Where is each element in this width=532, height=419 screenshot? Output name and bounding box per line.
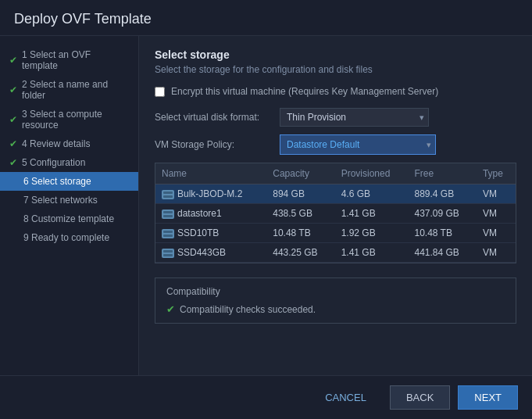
section-title: Select storage [155, 48, 516, 61]
sidebar-item-2[interactable]: ✔2 Select a name and folder [0, 75, 138, 105]
sidebar-item-9[interactable]: 9 Ready to complete [0, 228, 138, 247]
back-button[interactable]: BACK [390, 385, 450, 410]
disk-format-select-wrapper: Thin ProvisionThick Provision Lazy Zeroe… [280, 108, 429, 127]
row-free-1: 437.09 GB [408, 204, 476, 224]
row-provisioned-2: 1.92 GB [335, 224, 409, 243]
sidebar-label-4: 4 Review details [22, 138, 90, 149]
row-type-1: VM [477, 204, 516, 224]
compatibility-section: Compatibility ✔ Compatibility checks suc… [155, 278, 516, 324]
row-type-2: VM [477, 224, 516, 243]
storage-policy-select-wrapper: Datastore Default [280, 134, 436, 155]
datastore-icon-2 [162, 229, 174, 238]
row-free-0: 889.4 GB [408, 184, 476, 204]
sidebar-item-3[interactable]: ✔3 Select a compute resource [0, 105, 138, 134]
table-header-row: NameCapacityProvisionedFreeType [155, 163, 516, 184]
row-name-0: Bulk-JBOD-M.2 [155, 184, 266, 204]
row-provisioned-3: 1.41 GB [335, 243, 409, 263]
sidebar-item-1[interactable]: ✔1 Select an OVF template [0, 45, 138, 75]
sidebar-label-5: 5 Configuration [22, 157, 85, 168]
row-provisioned-0: 4.6 GB [335, 184, 409, 204]
table-row[interactable]: Bulk-JBOD-M.2894 GB4.6 GB889.4 GBVM [155, 184, 516, 204]
dialog-body: ✔1 Select an OVF template✔2 Select a nam… [0, 36, 532, 375]
deploy-ovf-dialog: Deploy OVF Template ✔1 Select an OVF tem… [0, 0, 532, 419]
storage-policy-row: VM Storage Policy: Datastore Default [155, 134, 516, 155]
sidebar-label-8: 8 Customize template [23, 213, 114, 224]
table-row[interactable]: SSD10TB10.48 TB1.92 GB10.48 TBVM [155, 224, 516, 243]
main-content: Select storage Select the storage for th… [139, 36, 532, 375]
sidebar-label-7: 7 Select networks [23, 195, 98, 206]
row-capacity-1: 438.5 GB [266, 204, 334, 224]
storage-policy-select[interactable]: Datastore Default [280, 134, 436, 155]
footer: CANCEL BACK NEXT [0, 375, 532, 419]
section-subtitle: Select the storage for the configuration… [155, 64, 516, 75]
compat-title: Compatibility [166, 286, 505, 297]
encrypt-row: Encrypt this virtual machine (Requires K… [155, 86, 516, 97]
check-icon-3: ✔ [9, 114, 17, 125]
row-capacity-2: 10.48 TB [266, 224, 334, 243]
storage-table-container: NameCapacityProvisionedFreeType Bulk-JBO… [155, 163, 516, 263]
row-free-2: 10.48 TB [408, 224, 476, 243]
check-icon-2: ✔ [9, 84, 17, 95]
sidebar-label-3: 3 Select a compute resource [22, 109, 129, 131]
row-type-3: VM [477, 243, 516, 263]
row-type-0: VM [477, 184, 516, 204]
row-name-3: SSD443GB [155, 243, 266, 263]
col-header-provisioned: Provisioned [335, 163, 409, 184]
datastore-icon-0 [162, 190, 174, 199]
encrypt-label: Encrypt this virtual machine (Requires K… [171, 86, 438, 97]
compat-check-icon: ✔ [166, 303, 175, 315]
row-free-3: 441.84 GB [408, 243, 476, 263]
sidebar-item-5[interactable]: ✔5 Configuration [0, 153, 138, 172]
col-header-name: Name [155, 163, 266, 184]
sidebar-item-6[interactable]: 6 Select storage [0, 172, 138, 191]
cancel-button[interactable]: CANCEL [309, 385, 382, 410]
check-icon-5: ✔ [9, 157, 17, 168]
encrypt-checkbox[interactable] [155, 87, 165, 97]
col-header-free: Free [408, 163, 476, 184]
next-button[interactable]: NEXT [458, 385, 518, 410]
row-provisioned-1: 1.41 GB [335, 204, 409, 224]
dialog-title: Deploy OVF Template [0, 0, 532, 36]
sidebar-item-7[interactable]: 7 Select networks [0, 191, 138, 210]
table-body[interactable]: Bulk-JBOD-M.2894 GB4.6 GB889.4 GBVMdatas… [155, 184, 516, 263]
check-icon-4: ✔ [9, 138, 17, 149]
sidebar-label-9: 9 Ready to complete [23, 232, 109, 243]
table-header: NameCapacityProvisionedFreeType [155, 163, 516, 184]
row-name-1: datastore1 [155, 204, 266, 224]
row-capacity-3: 443.25 GB [266, 243, 334, 263]
storage-table: NameCapacityProvisionedFreeType Bulk-JBO… [155, 163, 516, 263]
table-row[interactable]: datastore1438.5 GB1.41 GB437.09 GBVM [155, 204, 516, 224]
col-header-type: Type [477, 163, 516, 184]
datastore-icon-3 [162, 249, 174, 258]
sidebar-label-6: 6 Select storage [23, 176, 91, 187]
storage-policy-label: VM Storage Policy: [155, 139, 272, 150]
compat-message-text: Compatibility checks succeeded. [180, 304, 316, 315]
sidebar-label-1: 1 Select an OVF template [22, 49, 129, 71]
sidebar-item-4[interactable]: ✔4 Review details [0, 134, 138, 153]
row-capacity-0: 894 GB [266, 184, 334, 204]
sidebar-item-8[interactable]: 8 Customize template [0, 210, 138, 228]
table-row[interactable]: SSD443GB443.25 GB1.41 GB441.84 GBVM [155, 243, 516, 263]
sidebar: ✔1 Select an OVF template✔2 Select a nam… [0, 36, 139, 375]
compat-message: ✔ Compatibility checks succeeded. [166, 303, 505, 315]
sidebar-label-2: 2 Select a name and folder [22, 79, 129, 101]
disk-format-row: Select virtual disk format: Thin Provisi… [155, 108, 516, 127]
disk-format-label: Select virtual disk format: [155, 112, 272, 123]
check-icon-1: ✔ [9, 55, 17, 66]
datastore-icon-1 [162, 210, 174, 219]
disk-format-select[interactable]: Thin ProvisionThick Provision Lazy Zeroe… [280, 108, 429, 127]
col-header-capacity: Capacity [266, 163, 334, 184]
row-name-2: SSD10TB [155, 224, 266, 243]
